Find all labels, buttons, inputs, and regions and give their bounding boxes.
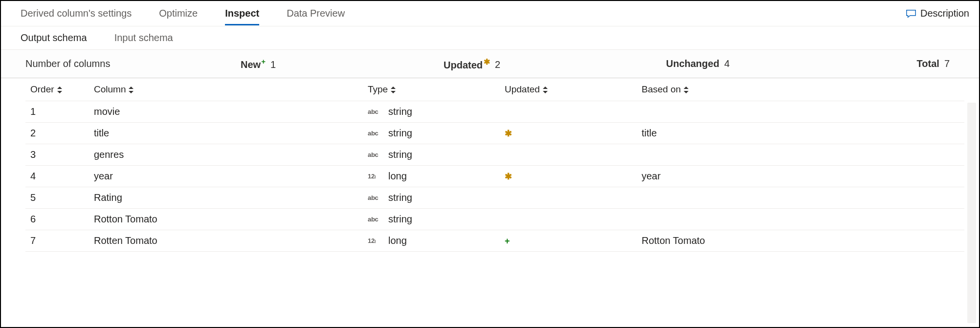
cell-type-value: string [388, 149, 412, 160]
cell-type-value: long [388, 235, 407, 246]
cell-column: movie [89, 101, 363, 123]
header-column[interactable]: Column [89, 78, 363, 101]
cell-type: abcstring [363, 209, 500, 230]
stat-unchanged: Unchanged 4 [666, 58, 730, 69]
header-updated-label: Updated [505, 84, 540, 94]
num-columns-label: Number of columns [25, 58, 110, 69]
stats-bar: Number of columns New+ 1 Updated✱ 2 Unch… [1, 50, 979, 78]
sub-tabs: Output schema Input schema [1, 26, 979, 50]
stat-total-value: 7 [944, 58, 950, 69]
stat-updated-label: Updated [444, 59, 483, 70]
header-column-label: Column [94, 84, 126, 94]
cell-type: abcstring [363, 123, 500, 144]
cell-type-value: string [388, 106, 412, 117]
cell-order: 7 [25, 230, 89, 252]
description-label: Description [920, 8, 969, 19]
cell-based-on [637, 144, 964, 166]
updated-star-icon: ✱ [505, 129, 512, 138]
cell-type-value: string [388, 128, 412, 139]
cell-based-on [637, 209, 964, 230]
cell-based-on: Rotton Tomato [637, 230, 964, 252]
header-type-label: Type [368, 84, 388, 94]
table-row[interactable]: 1movieabcstring [25, 101, 964, 123]
updated-star-icon: ✱ [505, 172, 512, 181]
subtab-input-schema[interactable]: Input schema [114, 32, 173, 44]
header-type[interactable]: Type [363, 78, 500, 101]
cell-order: 3 [25, 144, 89, 166]
cell-based-on [637, 101, 964, 123]
stat-total-label: Total [917, 58, 939, 69]
tab-settings[interactable]: Derived column's settings [21, 1, 132, 25]
sort-icon [57, 87, 62, 93]
table-row[interactable]: 5Ratingabcstring [25, 187, 964, 209]
star-icon: ✱ [484, 58, 490, 66]
cell-type: abcstring [363, 101, 500, 123]
schema-table: Order Column Type Updated Based on [25, 78, 964, 252]
new-plus-icon: + [505, 236, 510, 246]
stat-new: New+ 1 [241, 57, 276, 70]
cell-type: 12ₗlong [363, 166, 500, 187]
cell-updated: ✱ [500, 166, 637, 187]
cell-based-on: title [637, 123, 964, 144]
tab-data-preview[interactable]: Data Preview [287, 1, 345, 25]
plus-icon: + [261, 57, 266, 66]
cell-type: abcstring [363, 187, 500, 209]
cell-updated [500, 187, 637, 209]
header-order-label: Order [30, 84, 54, 94]
cell-order: 4 [25, 166, 89, 187]
header-order[interactable]: Order [25, 78, 89, 101]
comment-icon [906, 9, 916, 19]
table-row[interactable]: 7Rotten Tomato12ₗlong+Rotton Tomato [25, 230, 964, 252]
cell-column: title [89, 123, 363, 144]
sort-icon [684, 87, 689, 93]
table-row[interactable]: 4year12ₗlong✱year [25, 166, 964, 187]
table-row[interactable]: 2titleabcstring✱title [25, 123, 964, 144]
cell-type-value: string [388, 192, 412, 203]
cell-based-on: year [637, 166, 964, 187]
sort-icon [391, 87, 396, 93]
cell-column: year [89, 166, 363, 187]
schema-table-wrap: Order Column Type Updated Based on [1, 78, 979, 252]
string-type-icon: abc [368, 194, 381, 201]
vertical-scrollbar[interactable] [967, 103, 976, 323]
string-type-icon: abc [368, 108, 381, 115]
table-row[interactable]: 6Rotton Tomatoabcstring [25, 209, 964, 230]
stat-unchanged-label: Unchanged [666, 58, 719, 69]
cell-type-value: string [388, 214, 412, 225]
stat-updated-value: 2 [495, 59, 500, 70]
string-type-icon: abc [368, 151, 381, 158]
cell-column: Rotton Tomato [89, 209, 363, 230]
cell-order: 5 [25, 187, 89, 209]
cell-column: genres [89, 144, 363, 166]
description-button[interactable]: Description [906, 8, 969, 19]
cell-updated: + [500, 230, 637, 252]
cell-order: 1 [25, 101, 89, 123]
cell-updated [500, 144, 637, 166]
stat-new-label: New [241, 59, 261, 70]
cell-order: 6 [25, 209, 89, 230]
cell-type: 12ₗlong [363, 230, 500, 252]
sort-icon [543, 87, 548, 93]
cell-updated [500, 209, 637, 230]
cell-column: Rotten Tomato [89, 230, 363, 252]
subtab-output-schema[interactable]: Output schema [21, 32, 87, 44]
stat-new-value: 1 [270, 59, 276, 70]
string-type-icon: abc [368, 130, 381, 137]
tab-optimize[interactable]: Optimize [159, 1, 198, 25]
cell-type: abcstring [363, 144, 500, 166]
header-based-on-label: Based on [642, 84, 681, 94]
number-type-icon: 12ₗ [368, 237, 381, 244]
top-tabs: Derived column's settings Optimize Inspe… [1, 1, 979, 26]
header-updated[interactable]: Updated [500, 78, 637, 101]
sort-icon [129, 87, 134, 93]
stat-total: Total 7 [917, 58, 950, 69]
stat-updated: Updated✱ 2 [444, 57, 500, 71]
table-row[interactable]: 3genresabcstring [25, 144, 964, 166]
tab-inspect[interactable]: Inspect [225, 1, 259, 25]
header-based-on[interactable]: Based on [637, 78, 964, 101]
cell-order: 2 [25, 123, 89, 144]
cell-based-on [637, 187, 964, 209]
cell-type-value: long [388, 171, 407, 182]
cell-column: Rating [89, 187, 363, 209]
cell-updated [500, 101, 637, 123]
